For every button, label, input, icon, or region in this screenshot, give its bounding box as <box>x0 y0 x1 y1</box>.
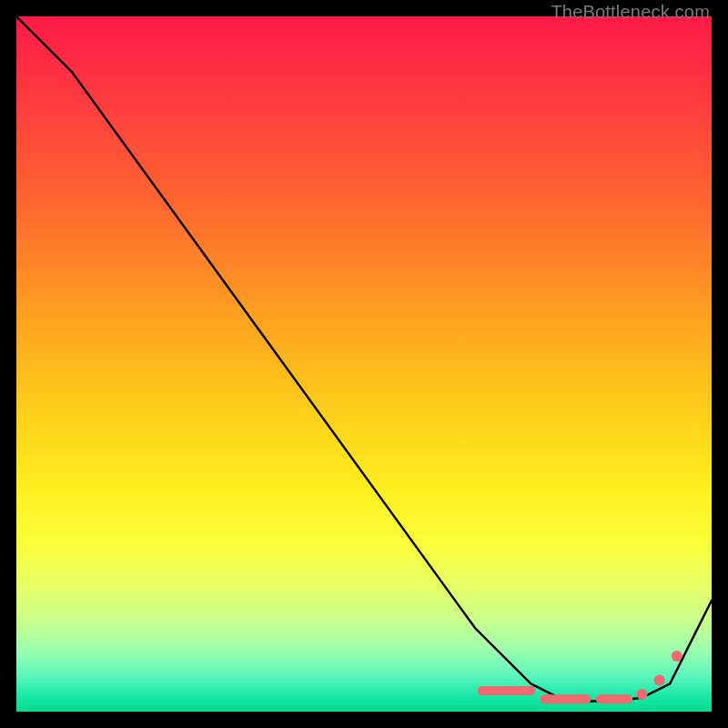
marker-dot <box>672 651 682 662</box>
marker-dot <box>637 689 648 700</box>
curve-layer <box>16 16 712 712</box>
marker-dot <box>654 675 665 686</box>
plot-area <box>16 16 712 712</box>
bottleneck-curve <box>16 16 712 702</box>
chart-frame: TheBottleneck.com <box>0 0 728 728</box>
watermark-text: TheBottleneck.com <box>551 2 710 23</box>
